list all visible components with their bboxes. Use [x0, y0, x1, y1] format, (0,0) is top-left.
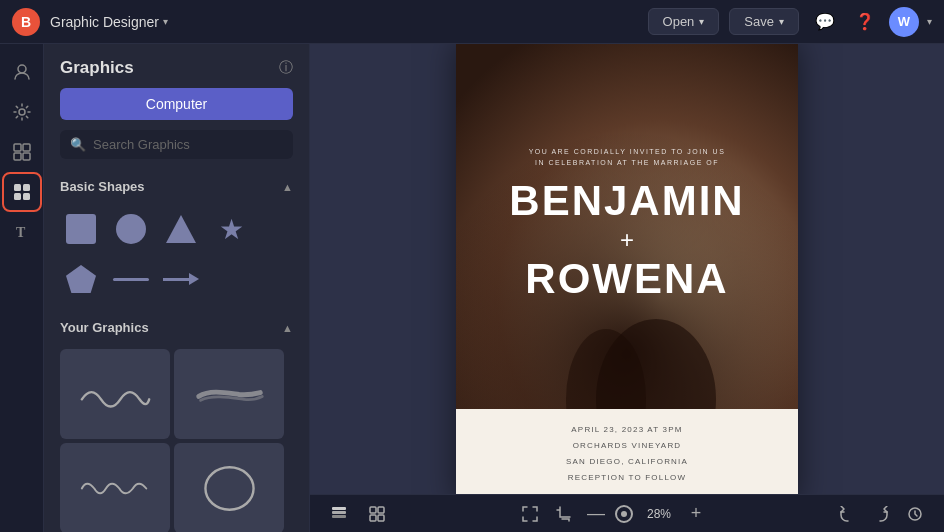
- zoom-dot: [621, 511, 627, 517]
- zoom-circle-button[interactable]: [615, 505, 633, 523]
- zoom-level: 28%: [641, 507, 677, 521]
- basic-shapes-chevron-icon: ▲: [282, 181, 293, 193]
- svg-rect-23: [378, 515, 384, 521]
- save-chevron-icon: ▾: [779, 16, 784, 27]
- panel-title: Graphics: [60, 58, 134, 78]
- undo-icon[interactable]: [834, 501, 860, 527]
- comment-icon[interactable]: 💬: [809, 6, 841, 38]
- svg-rect-7: [23, 184, 30, 191]
- shape-pentagon[interactable]: [60, 258, 102, 300]
- svg-rect-20: [370, 507, 376, 513]
- graphic-brush-stroke[interactable]: [174, 349, 284, 439]
- svg-point-11: [205, 467, 253, 509]
- svg-rect-21: [378, 507, 384, 513]
- your-graphics-title: Your Graphics: [60, 320, 149, 335]
- card-invite-text: YOU ARE CORDIALLY INVITED TO JOIN US IN …: [529, 146, 726, 168]
- graphic-wave-line[interactable]: [60, 349, 170, 439]
- shape-triangle[interactable]: [160, 208, 202, 250]
- search-input[interactable]: [93, 137, 283, 152]
- app-name-dropdown[interactable]: Graphic Designer ▾: [50, 14, 168, 30]
- basic-shapes-section-header[interactable]: Basic Shapes ▲: [44, 173, 309, 200]
- graphic-curly-line[interactable]: [60, 443, 170, 532]
- svg-rect-9: [23, 193, 30, 200]
- sidebar-item-graphics[interactable]: [4, 174, 40, 210]
- bottom-right: [834, 501, 928, 527]
- sidebar-item-profile[interactable]: [4, 54, 40, 90]
- svg-rect-17: [332, 511, 346, 514]
- shapes-grid: ★: [44, 200, 309, 314]
- grid-view-icon[interactable]: [364, 501, 390, 527]
- card-plus: +: [620, 226, 634, 254]
- svg-rect-8: [14, 193, 21, 200]
- shape-square[interactable]: [60, 208, 102, 250]
- avatar-chevron-icon[interactable]: ▾: [927, 16, 932, 27]
- history-icon[interactable]: [902, 501, 928, 527]
- graphic-circle-outline[interactable]: [174, 443, 284, 532]
- open-button[interactable]: Open ▾: [648, 8, 720, 35]
- svg-rect-3: [23, 144, 30, 151]
- card-name-rowena: ROWENA: [525, 256, 728, 302]
- your-graphics-section-header[interactable]: Your Graphics ▲: [44, 314, 309, 341]
- graphics-grid: [44, 341, 309, 532]
- crop-icon[interactable]: [551, 501, 577, 527]
- svg-rect-6: [14, 184, 21, 191]
- help-icon[interactable]: ❓: [849, 6, 881, 38]
- app-logo: B: [12, 8, 40, 36]
- topbar-icons: 💬 ❓ W ▾: [809, 6, 932, 38]
- fit-screen-icon[interactable]: [517, 501, 543, 527]
- svg-rect-5: [23, 153, 30, 160]
- svg-rect-19: [332, 507, 346, 510]
- card-text-overlay: YOU ARE CORDIALLY INVITED TO JOIN US IN …: [456, 44, 798, 409]
- search-icon: 🔍: [70, 137, 86, 152]
- svg-rect-4: [14, 153, 21, 160]
- shape-star[interactable]: ★: [210, 208, 252, 250]
- canvas-container[interactable]: YOU ARE CORDIALLY INVITED TO JOIN US IN …: [310, 44, 944, 494]
- computer-button[interactable]: Computer: [60, 88, 293, 120]
- svg-point-1: [19, 109, 25, 115]
- card-name-benjamin: BENJAMIN: [509, 178, 744, 224]
- redo-icon[interactable]: [868, 501, 894, 527]
- svg-rect-2: [14, 144, 21, 151]
- svg-rect-18: [332, 515, 346, 518]
- sidebar-item-text[interactable]: T: [4, 214, 40, 250]
- bottom-left: [326, 501, 390, 527]
- basic-shapes-title: Basic Shapes: [60, 179, 145, 194]
- avatar[interactable]: W: [889, 7, 919, 37]
- svg-rect-22: [370, 515, 376, 521]
- zoom-plus-button[interactable]: +: [685, 503, 707, 525]
- svg-point-0: [18, 65, 26, 73]
- topbar: B Graphic Designer ▾ Open ▾ Save ▾ 💬 ❓ W…: [0, 0, 944, 44]
- zoom-minus-button[interactable]: —: [585, 503, 607, 525]
- icon-sidebar: T: [0, 44, 44, 532]
- sidebar-item-settings[interactable]: [4, 94, 40, 130]
- layers-icon[interactable]: [326, 501, 352, 527]
- sidebar-item-grid[interactable]: [4, 134, 40, 170]
- shape-circle[interactable]: [110, 208, 152, 250]
- card-bottom: APRIL 23, 2023 AT 3PM ORCHARDS VINEYARD …: [456, 409, 798, 494]
- main-area: T Graphics ⓘ Computer 🔍 Basic Shapes ▲ ★: [0, 44, 944, 532]
- panel-header: Graphics ⓘ: [44, 44, 309, 88]
- bottom-center: — 28% +: [517, 501, 707, 527]
- canvas-card: YOU ARE CORDIALLY INVITED TO JOIN US IN …: [456, 44, 798, 494]
- card-details: APRIL 23, 2023 AT 3PM ORCHARDS VINEYARD …: [566, 422, 688, 486]
- open-chevron-icon: ▾: [699, 16, 704, 27]
- svg-text:T: T: [16, 225, 26, 240]
- app-name-label: Graphic Designer: [50, 14, 159, 30]
- shape-arrow[interactable]: [160, 258, 202, 300]
- canvas-area: YOU ARE CORDIALLY INVITED TO JOIN US IN …: [310, 44, 944, 532]
- your-graphics-chevron-icon: ▲: [282, 322, 293, 334]
- app-name-chevron-icon: ▾: [163, 16, 168, 27]
- save-button[interactable]: Save ▾: [729, 8, 799, 35]
- search-bar: 🔍: [60, 130, 293, 159]
- card-photo: YOU ARE CORDIALLY INVITED TO JOIN US IN …: [456, 44, 798, 409]
- panel-sidebar: Graphics ⓘ Computer 🔍 Basic Shapes ▲ ★: [44, 44, 310, 532]
- shape-line[interactable]: [110, 258, 152, 300]
- info-icon[interactable]: ⓘ: [279, 59, 293, 77]
- bottom-bar: — 28% +: [310, 494, 944, 532]
